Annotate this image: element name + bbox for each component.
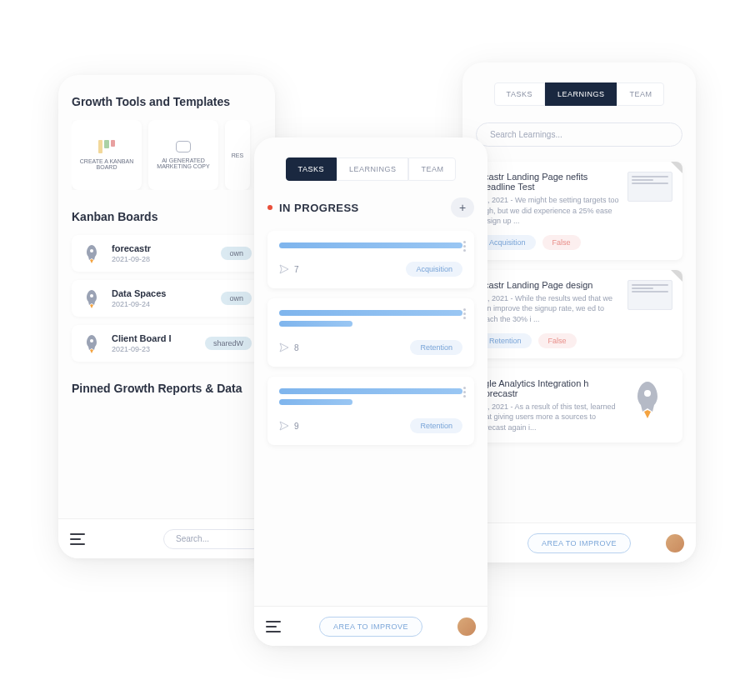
task-count: 8 (294, 343, 299, 352)
more-icon[interactable] (463, 308, 466, 319)
more-icon[interactable] (463, 241, 466, 252)
tool-cards-row: CREATE A KANBAN BOARD AI GENERATED MARKE… (72, 120, 262, 190)
task-card[interactable]: 8 Retention (268, 298, 474, 367)
more-icon[interactable] (463, 387, 466, 398)
svg-point-0 (90, 249, 93, 252)
kanban-icon (98, 140, 115, 153)
phone-content: Growth Tools and Templates CREATE A KANB… (58, 75, 275, 518)
learning-card[interactable]: ogle Analytics Integration h Forecastr 2… (476, 368, 682, 443)
task-card[interactable]: 9 Retention (268, 377, 474, 445)
phone-learnings: TASKS LEARNINGS TEAM Search Learnings...… (462, 62, 696, 562)
send-icon (279, 421, 289, 431)
learning-body: ogle Analytics Integration h Forecastr 2… (476, 378, 619, 433)
tool-card-ai-copy[interactable]: AI GENERATED MARKETING COPY (148, 120, 218, 190)
search-learnings-input[interactable]: Search Learnings... (476, 122, 682, 147)
corner-fold-icon (671, 270, 682, 282)
board-info: Client Board I 2021-09-23 (112, 333, 195, 353)
add-task-button[interactable]: + (451, 198, 474, 218)
board-info: forecastr 2021-09-28 (112, 243, 211, 263)
rocket-icon (82, 288, 102, 308)
phone-content: TASKS LEARNINGS TEAM Search Learnings...… (462, 62, 696, 522)
board-row[interactable]: forecastr 2021-09-28 own (72, 235, 262, 272)
svg-point-3 (644, 390, 651, 397)
skeleton-line (279, 321, 352, 327)
chat-icon (176, 141, 191, 152)
board-name: forecastr (112, 243, 211, 253)
learning-text: 05, 2021 - While the results wed that we… (479, 293, 619, 325)
learning-body: ecastr Landing Page design 05, 2021 - Wh… (476, 280, 619, 348)
section-title-reports: Pinned Growth Reports & Data (72, 382, 262, 395)
tool-label: AI GENERATED MARKETING COPY (153, 158, 213, 169)
learning-tags: Acquisition False (479, 235, 619, 250)
category-pill: Acquisition (406, 262, 462, 277)
tab-tasks[interactable]: TASKS (494, 82, 545, 106)
board-date: 2021-09-28 (112, 255, 211, 263)
status-dot-icon (268, 205, 272, 210)
board-tag: own (221, 247, 252, 260)
board-name: Data Spaces (112, 288, 211, 298)
learning-body: ecastr Landing Page nefits Headline Test… (476, 172, 619, 250)
menu-icon[interactable] (70, 533, 85, 545)
learning-title: ecastr Landing Page design (479, 280, 619, 290)
tool-card-partial[interactable]: RES (225, 120, 250, 190)
bottom-bar: Search... (58, 518, 275, 558)
area-to-improve-button[interactable]: AREA TO IMPROVE (319, 617, 422, 637)
task-footer: 7 Acquisition (279, 262, 462, 277)
board-row[interactable]: Client Board I 2021-09-23 sharedW (72, 325, 262, 362)
svg-point-1 (90, 294, 93, 298)
learning-tags: Retention False (479, 333, 619, 348)
skeleton-line (279, 388, 462, 394)
tab-team[interactable]: TEAM (617, 82, 664, 106)
send-icon (279, 264, 289, 274)
board-info: Data Spaces 2021-09-24 (112, 288, 211, 308)
section-title-boards: Kanban Boards (72, 210, 262, 223)
board-name: Client Board I (112, 333, 195, 343)
tab-tasks[interactable]: TASKS (286, 158, 337, 181)
area-to-improve-button[interactable]: AREA TO IMPROVE (528, 533, 631, 553)
tabbar: TASKS LEARNINGS TEAM (268, 158, 474, 181)
phone-tasks: TASKS LEARNINGS TEAM IN PROGRESS + 7 Acq… (254, 138, 488, 646)
learning-tag: False (538, 333, 577, 348)
phone-content: TASKS LEARNINGS TEAM IN PROGRESS + 7 Acq… (254, 138, 488, 606)
tool-label: CREATE A KANBAN BOARD (77, 158, 137, 170)
category-pill: Retention (410, 340, 462, 355)
learning-thumbnail (628, 280, 672, 310)
search-input[interactable]: Search... (163, 529, 263, 549)
corner-fold-icon (671, 162, 682, 173)
skeleton-line (279, 399, 352, 405)
task-count: 9 (294, 422, 299, 431)
learning-text: 05, 2021 - We might be setting targets t… (479, 195, 619, 227)
learning-card[interactable]: ecastr Landing Page nefits Headline Test… (476, 162, 682, 260)
task-count: 7 (294, 265, 299, 274)
task-card[interactable]: 7 Acquisition (268, 231, 474, 288)
send-icon (279, 342, 289, 352)
learning-tag: Acquisition (479, 235, 536, 250)
task-footer: 9 Retention (279, 418, 462, 433)
tab-learnings[interactable]: LEARNINGS (337, 158, 409, 181)
tool-card-kanban[interactable]: CREATE A KANBAN BOARD (72, 120, 142, 190)
tabbar: TASKS LEARNINGS TEAM (476, 82, 682, 106)
avatar[interactable] (666, 534, 684, 552)
skeleton-line (279, 242, 462, 248)
tab-team[interactable]: TEAM (408, 158, 456, 181)
learning-thumbnail (628, 172, 672, 202)
svg-point-2 (90, 339, 93, 342)
menu-icon[interactable] (266, 621, 281, 632)
column-title: IN PROGRESS (279, 202, 359, 214)
tab-learnings[interactable]: LEARNINGS (545, 82, 618, 106)
learning-text: 29, 2021 - As a result of this test, lea… (479, 402, 619, 433)
learning-tag: False (542, 235, 581, 250)
learning-title: ecastr Landing Page nefits Headline Test (479, 172, 619, 192)
avatar[interactable] (458, 618, 476, 636)
board-date: 2021-09-24 (112, 300, 211, 308)
board-row[interactable]: Data Spaces 2021-09-24 own (72, 280, 262, 317)
board-tag: own (221, 292, 252, 305)
section-title-tools: Growth Tools and Templates (72, 95, 262, 108)
learning-card[interactable]: ecastr Landing Page design 05, 2021 - Wh… (476, 270, 682, 358)
task-footer: 8 Retention (279, 340, 462, 355)
board-tag: sharedW (205, 337, 252, 350)
bottom-bar: AREA TO IMPROVE (254, 606, 488, 646)
bottom-bar: AREA TO IMPROVE (462, 522, 696, 562)
rocket-icon (82, 243, 102, 263)
tool-label: RES (232, 152, 243, 158)
